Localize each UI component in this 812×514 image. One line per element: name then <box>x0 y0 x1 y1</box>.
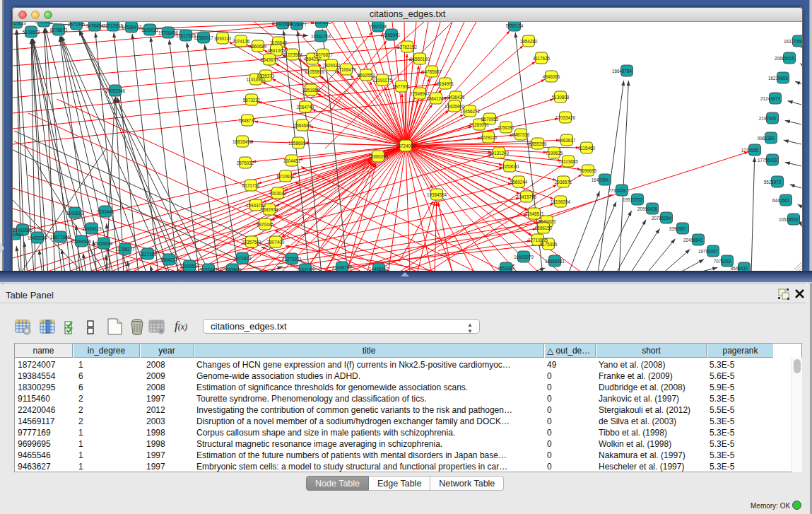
svg-text:22279371: 22279371 <box>282 257 302 262</box>
svg-text:5130808: 5130808 <box>552 95 570 100</box>
svg-text:5569244: 5569244 <box>510 180 528 185</box>
svg-text:1848731: 1848731 <box>239 118 257 123</box>
svg-text:18724007: 18724007 <box>396 144 416 148</box>
svg-text:13426900: 13426900 <box>445 104 465 109</box>
svg-text:5673212: 5673212 <box>243 98 261 103</box>
svg-text:14785687: 14785687 <box>422 69 442 74</box>
svg-text:9699695: 9699695 <box>579 168 597 173</box>
svg-text:9517169: 9517169 <box>139 252 157 257</box>
svg-text:17033426: 17033426 <box>555 115 576 120</box>
svg-text:3970445: 3970445 <box>257 222 274 227</box>
svg-text:2571945: 2571945 <box>68 22 86 27</box>
svg-text:3351868: 3351868 <box>302 88 320 93</box>
svg-text:2074176: 2074176 <box>233 39 250 44</box>
svg-text:20996436: 20996436 <box>637 206 658 211</box>
svg-text:11016911: 11016911 <box>246 77 266 82</box>
svg-text:6171716: 6171716 <box>242 183 260 188</box>
svg-text:12762152: 12762152 <box>397 45 418 49</box>
svg-text:9164991: 9164991 <box>437 81 454 86</box>
svg-text:17755439: 17755439 <box>758 158 778 163</box>
svg-text:22548947: 22548947 <box>410 91 430 96</box>
svg-text:11785277: 11785277 <box>115 247 135 252</box>
svg-text:2876932: 2876932 <box>237 160 254 165</box>
svg-text:8175395: 8175395 <box>540 242 558 247</box>
svg-text:16648784: 16648784 <box>612 69 632 74</box>
svg-text:20053346: 20053346 <box>105 88 126 93</box>
svg-text:5855124: 5855124 <box>506 23 524 28</box>
svg-text:13586084: 13586084 <box>288 141 309 146</box>
svg-text:19113685: 19113685 <box>558 159 578 164</box>
svg-text:10538552: 10538552 <box>779 217 799 222</box>
svg-text:16455324: 16455324 <box>28 235 48 240</box>
svg-text:1192619: 1192619 <box>66 211 84 216</box>
svg-text:9548432: 9548432 <box>731 266 748 271</box>
svg-text:21068782: 21068782 <box>332 265 353 270</box>
svg-text:14076817: 14076817 <box>313 52 334 57</box>
svg-text:2197935: 2197935 <box>759 116 777 121</box>
svg-text:22012815: 22012815 <box>103 23 124 28</box>
svg-text:9478454: 9478454 <box>86 23 104 28</box>
svg-text:21243673: 21243673 <box>760 96 781 101</box>
svg-text:16693979: 16693979 <box>514 255 534 259</box>
svg-text:10841248: 10841248 <box>426 96 447 101</box>
svg-text:9436429: 9436429 <box>447 95 465 100</box>
svg-text:6596150: 6596150 <box>535 226 553 230</box>
svg-text:19261704: 19261704 <box>311 34 331 39</box>
svg-text:9463627: 9463627 <box>558 138 576 143</box>
svg-text:1971823: 1971823 <box>234 256 252 261</box>
svg-text:2936571: 2936571 <box>555 180 572 185</box>
svg-text:2166941: 2166941 <box>383 33 401 37</box>
svg-text:6692553: 6692553 <box>358 73 375 78</box>
svg-text:5418934: 5418934 <box>95 241 113 246</box>
svg-text:5108603: 5108603 <box>23 30 40 35</box>
svg-text:20785264: 20785264 <box>652 216 672 221</box>
svg-text:4117625: 4117625 <box>533 56 551 61</box>
svg-text:9115460: 9115460 <box>578 146 596 151</box>
svg-text:10131249: 10131249 <box>489 151 510 156</box>
svg-text:3564217: 3564217 <box>160 257 178 262</box>
svg-text:1790481: 1790481 <box>13 232 24 237</box>
svg-text:2564689: 2564689 <box>294 123 312 128</box>
svg-text:12253031: 12253031 <box>500 164 520 169</box>
svg-text:6543670: 6543670 <box>261 57 278 62</box>
svg-text:21416580: 21416580 <box>13 228 33 233</box>
svg-text:18877065: 18877065 <box>50 235 71 240</box>
svg-text:3030113: 3030113 <box>214 36 232 41</box>
svg-text:3396987: 3396987 <box>669 226 687 231</box>
svg-text:13191175: 13191175 <box>372 78 392 83</box>
svg-text:1109031: 1109031 <box>141 28 159 33</box>
svg-text:2229110: 2229110 <box>480 135 498 140</box>
svg-text:16550190: 16550190 <box>410 57 430 62</box>
svg-text:20665015: 20665015 <box>775 56 795 61</box>
svg-text:8670955: 8670955 <box>481 117 499 122</box>
svg-text:6855396: 6855396 <box>529 141 547 146</box>
svg-text:7003042: 7003042 <box>269 191 287 196</box>
svg-text:7067228: 7067228 <box>370 24 387 29</box>
svg-text:1215955: 1215955 <box>741 148 759 153</box>
svg-text:13612365: 13612365 <box>176 33 196 38</box>
svg-text:10728977: 10728977 <box>287 22 307 27</box>
svg-text:21269091: 21269091 <box>469 122 490 127</box>
svg-text:22894946: 22894946 <box>71 239 92 244</box>
svg-text:22498841: 22498841 <box>683 238 704 243</box>
svg-text:4860684: 4860684 <box>249 44 267 49</box>
svg-text:19384554: 19384554 <box>427 192 447 197</box>
svg-text:16210606: 16210606 <box>768 76 789 81</box>
svg-text:18683481: 18683481 <box>545 259 565 264</box>
svg-text:10419610: 10419610 <box>13 22 26 25</box>
svg-text:8078673: 8078673 <box>50 28 68 33</box>
svg-text:19790057: 19790057 <box>698 249 719 254</box>
svg-text:1120642: 1120642 <box>270 40 288 45</box>
svg-text:5641923: 5641923 <box>539 219 556 224</box>
svg-text:21223584: 21223584 <box>283 52 303 57</box>
svg-text:1640954: 1640954 <box>592 177 609 182</box>
svg-text:13415796: 13415796 <box>517 194 537 199</box>
svg-text:16818496: 16818496 <box>233 139 253 144</box>
svg-text:1954280: 1954280 <box>520 39 538 44</box>
svg-text:2264748: 2264748 <box>297 105 314 110</box>
svg-text:9487336: 9487336 <box>512 132 530 137</box>
svg-text:5528972: 5528972 <box>764 180 782 185</box>
svg-text:8210624: 8210624 <box>277 174 295 179</box>
svg-text:3653446: 3653446 <box>97 209 114 214</box>
svg-text:17106470: 17106470 <box>336 67 357 72</box>
